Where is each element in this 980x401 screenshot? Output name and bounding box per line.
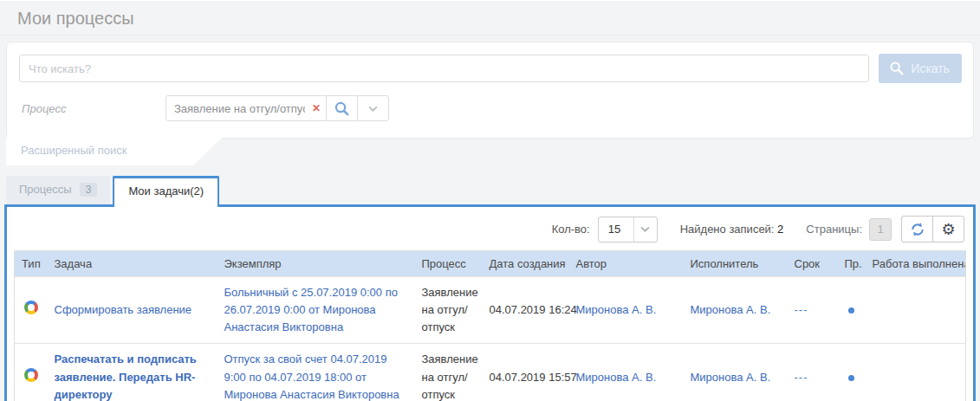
search-icon xyxy=(889,61,905,76)
records-found-label: Найдено записей: xyxy=(680,223,775,236)
priority-dot-icon xyxy=(848,307,854,314)
page-size-value: 15 xyxy=(599,217,633,242)
instance-link[interactable]: Отпуск за свой счет 04.07.2019 9:00 по 0… xyxy=(224,352,399,400)
pages-label: Страницы: xyxy=(806,223,862,236)
task-link[interactable]: Распечатать и подписать заявление. Перед… xyxy=(55,352,197,400)
tab-processes-label: Процессы xyxy=(19,183,72,196)
created-cell: 04.07.2019 16:24 xyxy=(483,277,569,344)
process-search-button[interactable] xyxy=(326,95,358,121)
refresh-icon xyxy=(909,221,926,238)
process-filter-input[interactable] xyxy=(165,95,327,121)
page-size-select[interactable]: 15 xyxy=(598,217,658,243)
process-type-icon xyxy=(24,301,38,314)
col-task[interactable]: Задача xyxy=(48,251,217,277)
author-link[interactable]: Миронова А. В. xyxy=(576,303,657,316)
advanced-search-tab[interactable]: Расширенный поиск xyxy=(6,137,223,165)
chevron-down-icon xyxy=(368,106,378,112)
search-input[interactable] xyxy=(19,55,869,82)
col-work-done[interactable]: Работа выполнена xyxy=(866,251,966,277)
col-executor[interactable]: Исполнитель xyxy=(684,251,788,277)
table-actions: ⚙ xyxy=(902,216,964,243)
work-done-cell xyxy=(866,344,966,401)
list-controls: Кол-во: 15 Найдено записей: 2 Страницы: … xyxy=(14,216,964,243)
process-filter-group: ✕ xyxy=(165,95,389,121)
priority-dot-icon xyxy=(848,375,854,381)
refresh-button[interactable] xyxy=(901,216,933,243)
col-due[interactable]: Срок xyxy=(788,251,838,277)
tab-processes[interactable]: Процессы3 xyxy=(6,176,110,204)
author-link[interactable]: Миронова А. В. xyxy=(576,371,657,384)
col-pr[interactable]: Пр. xyxy=(838,251,866,277)
app-screen: Мои процессы Искать Процесс ✕ xyxy=(0,0,980,401)
work-done-cell xyxy=(866,277,966,344)
task-row: Распечатать и подписать заявление. Перед… xyxy=(15,344,966,401)
chevron-down-icon xyxy=(633,217,657,242)
records-found: Найдено записей: 2 xyxy=(680,223,784,236)
tab-processes-badge: 3 xyxy=(80,183,98,197)
executor-link[interactable]: Миронова А. В. xyxy=(691,371,771,384)
page-1-button[interactable]: 1 xyxy=(869,218,892,241)
search-row: Искать xyxy=(7,42,973,83)
gear-icon: ⚙ xyxy=(941,222,955,237)
process-input-wrap: ✕ xyxy=(165,95,327,121)
due-cell: --- xyxy=(788,344,838,401)
due-cell: --- xyxy=(788,277,838,344)
page-header: Мои процессы xyxy=(0,1,980,36)
tab-my-tasks-label: Мои задачи(2) xyxy=(128,184,204,197)
col-instance[interactable]: Экземпляр xyxy=(217,251,415,277)
process-cell: Заявление на отгул/отпуск xyxy=(415,344,483,401)
created-cell: 04.07.2019 15:57 xyxy=(483,344,569,401)
records-found-value: 2 xyxy=(777,223,783,236)
process-cell: Заявление на отгул/отпуск xyxy=(415,277,483,344)
tasks-panel: Кол-во: 15 Найдено записей: 2 Страницы: … xyxy=(4,204,976,401)
executor-link[interactable]: Миронова А. В. xyxy=(691,303,771,316)
col-type: Тип xyxy=(15,251,48,277)
process-filter-row: Процесс ✕ xyxy=(7,95,973,121)
search-button-label: Искать xyxy=(911,61,950,75)
instance-link[interactable]: Больничный с 25.07.2019 0:00 по 26.07.20… xyxy=(224,286,398,333)
settings-button[interactable]: ⚙ xyxy=(932,216,964,243)
process-type-icon xyxy=(24,368,38,382)
page-title: Мои процессы xyxy=(17,9,963,29)
search-panel: Искать Процесс ✕ xyxy=(6,42,974,139)
advanced-search-label: Расширенный поиск xyxy=(21,144,127,157)
tabs-bar: Процессы3 Мои задачи(2) xyxy=(6,176,980,204)
col-created[interactable]: Дата создания xyxy=(483,251,569,277)
task-row: Сформировать заявление Больничный с 25.0… xyxy=(15,277,966,344)
col-process[interactable]: Процесс xyxy=(415,251,483,277)
page-size-label: Кол-во: xyxy=(552,223,590,236)
clear-icon[interactable]: ✕ xyxy=(312,101,321,115)
tasks-table: Тип Задача Экземпляр Процесс Дата создан… xyxy=(14,250,966,401)
process-filter-label: Процесс xyxy=(7,102,165,115)
task-link[interactable]: Сформировать заявление xyxy=(55,303,192,316)
table-header-row: Тип Задача Экземпляр Процесс Дата создан… xyxy=(15,251,966,277)
process-dropdown-button[interactable] xyxy=(357,95,389,121)
col-author[interactable]: Автор xyxy=(569,251,684,277)
magnifier-icon xyxy=(334,100,350,117)
tab-my-tasks[interactable]: Мои задачи(2) xyxy=(113,176,219,207)
search-button[interactable]: Искать xyxy=(879,54,962,83)
